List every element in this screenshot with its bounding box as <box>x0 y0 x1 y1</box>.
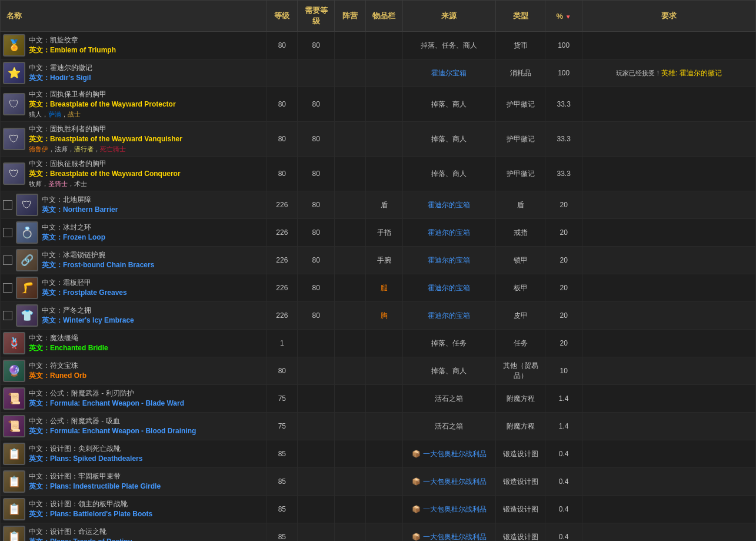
item-text: 中文：严冬之拥英文：Winter's Icy Embrace <box>42 306 134 326</box>
item-level: 85 <box>267 468 298 496</box>
col-header-require[interactable]: 要求 <box>582 1 756 32</box>
item-level: 80 <box>267 122 298 157</box>
item-cn-name: 中文：北地屏障 <box>42 195 118 205</box>
item-en-name[interactable]: 英文：Formula: Enchant Weapon - Blood Drain… <box>29 426 196 436</box>
item-en-name[interactable]: 英文：Plans: Spiked Deathdealers <box>29 454 142 464</box>
item-cn-name: 中文：严冬之拥 <box>42 306 134 316</box>
source-label[interactable]: 一大包奥杜尔战利品 <box>423 450 487 458</box>
col-header-type[interactable]: 类型 <box>495 1 545 32</box>
sort-desc-icon: ▼ <box>565 14 571 20</box>
col-header-name[interactable]: 名称 <box>1 1 267 32</box>
item-faction <box>335 523 366 542</box>
item-en-name[interactable]: 英文：Plans: Treads of Destiny <box>29 537 132 541</box>
item-source: 掉落、任务 <box>403 330 496 357</box>
item-cn-name: 中文：霜板胫甲 <box>42 278 127 288</box>
item-icon: 🏅 <box>3 34 25 57</box>
item-en-name[interactable]: 英文：Plans: Indestructible Plate Girdle <box>29 482 161 492</box>
item-icon: 📜 <box>3 387 25 410</box>
item-faction <box>335 122 366 157</box>
item-en-name[interactable]: 英文：Emblem of Triumph <box>29 45 116 55</box>
item-source: 📦 一大包奥杜尔战利品 <box>403 440 496 468</box>
source-label[interactable]: 霍迪尔宝箱 <box>431 69 467 77</box>
item-en-name[interactable]: 英文：Enchanted Bridle <box>29 343 108 353</box>
require-link[interactable]: 英雄: 霍迪尔的徽记 <box>661 69 722 77</box>
item-faction <box>335 357 366 385</box>
item-source: 活石之箱 <box>403 413 496 440</box>
table-row: 📜中文：公式：附魔武器 - 吸血英文：Formula: Enchant Weap… <box>1 413 756 440</box>
item-slot <box>365 413 402 440</box>
item-cn-name: 中文：魔法缰绳 <box>29 333 108 343</box>
item-en-name[interactable]: 英文：Frost-bound Chain Bracers <box>42 260 154 270</box>
item-name-cell: 📋中文：设计图：尖刺死亡战靴英文：Plans: Spiked Deathdeal… <box>1 440 267 468</box>
item-en-name[interactable]: 英文：Northern Barrier <box>42 205 118 215</box>
item-percent: 20 <box>545 274 582 302</box>
item-type: 任务 <box>495 330 545 357</box>
col-header-source[interactable]: 来源 <box>403 1 496 32</box>
source-label[interactable]: 霍迪尔的宝箱 <box>428 228 470 237</box>
source-label: 掉落、任务、商人 <box>421 41 477 49</box>
source-label[interactable]: 一大包奥杜尔战利品 <box>423 533 487 541</box>
item-checkbox[interactable] <box>3 283 12 293</box>
item-en-name[interactable]: 英文：Runed Orb <box>29 371 86 381</box>
item-name-cell: 👕中文：严冬之拥英文：Winter's Icy Embrace <box>1 302 267 330</box>
item-require <box>582 330 756 357</box>
item-en-name[interactable]: 英文：Breastplate of the Wayward Vanquisher <box>29 134 182 144</box>
item-slot <box>365 87 402 122</box>
col-header-faction[interactable]: 阵营 <box>335 1 366 32</box>
class-label: 潜行者 <box>74 145 94 152</box>
item-text: 中文：符文宝珠英文：Runed Orb <box>29 361 86 381</box>
item-en-name[interactable]: 英文：Winter's Icy Embrace <box>42 316 134 326</box>
item-level: 226 <box>267 302 298 330</box>
item-en-name[interactable]: 英文：Plans: Battlelord's Plate Boots <box>29 509 152 519</box>
source-label[interactable]: 霍迪尔的宝箱 <box>428 311 470 320</box>
item-level: 75 <box>267 413 298 440</box>
source-label[interactable]: 一大包奥杜尔战利品 <box>423 505 487 513</box>
item-checkbox[interactable] <box>3 228 12 237</box>
item-req-level: 80 <box>298 122 335 157</box>
item-level: 85 <box>267 523 298 542</box>
item-text: 中文：固执征服者的胸甲英文：Breastplate of the Wayward… <box>29 159 181 188</box>
item-en-name[interactable]: 英文：Breastplate of the Wayward Protector <box>29 99 176 109</box>
source-label[interactable]: 霍迪尔的宝箱 <box>428 284 470 292</box>
item-checkbox[interactable] <box>3 255 12 265</box>
item-require <box>582 357 756 385</box>
item-text: 中文：冰霜锁链护腕英文：Frost-bound Chain Bracers <box>42 250 154 270</box>
item-req-level <box>298 496 335 523</box>
item-req-level <box>298 357 335 385</box>
item-en-name[interactable]: 英文：Breastplate of the Wayward Conqueror <box>29 169 181 179</box>
item-name-cell: 📋中文：设计图：牢固板甲束带英文：Plans: Indestructible P… <box>1 468 267 496</box>
item-req-level <box>298 413 335 440</box>
item-icon: 📜 <box>3 415 25 437</box>
item-checkbox[interactable] <box>3 200 12 210</box>
source-label[interactable]: 一大包奥杜尔战利品 <box>423 477 487 486</box>
col-header-percent[interactable]: % ▼ <box>545 1 582 32</box>
col-header-req-level[interactable]: 需要等级 <box>298 1 335 32</box>
item-type: 护甲徽记 <box>495 122 545 157</box>
item-checkbox[interactable] <box>3 311 12 320</box>
table-row: 💍中文：冰封之环英文：Frozen Loop22680手指霍迪尔的宝箱戒指20 <box>1 219 756 247</box>
item-require <box>582 32 756 59</box>
item-level: 80 <box>267 32 298 59</box>
source-label[interactable]: 霍迪尔的宝箱 <box>428 256 470 264</box>
item-type: 锻造设计图 <box>495 468 545 496</box>
item-type: 其他（贸易品） <box>495 357 545 385</box>
item-en-name[interactable]: 英文：Frostplate Greaves <box>42 288 127 298</box>
item-percent: 33.3 <box>545 157 582 191</box>
table-row: 🏅中文：凯旋纹章英文：Emblem of Triumph8080掉落、任务、商人… <box>1 32 756 59</box>
source-label[interactable]: 霍迪尔的宝箱 <box>428 201 470 209</box>
col-header-slot[interactable]: 物品栏 <box>365 1 402 32</box>
item-name-cell: 💍中文：冰封之环英文：Frozen Loop <box>1 219 267 247</box>
item-en-name[interactable]: 英文：Frozen Loop <box>42 233 105 243</box>
table-row: 🛡中文：北地屏障英文：Northern Barrier22680盾霍迪尔的宝箱盾… <box>1 191 756 219</box>
item-type: 护甲徽记 <box>495 87 545 122</box>
item-level: 80 <box>267 357 298 385</box>
item-en-name[interactable]: 英文：Hodir's Sigil <box>29 73 92 83</box>
col-header-level[interactable]: 等级 <box>267 1 298 32</box>
item-type: 皮甲 <box>495 302 545 330</box>
item-type: 护甲徽记 <box>495 157 545 191</box>
item-source: 霍迪尔宝箱 <box>403 59 496 87</box>
item-en-name[interactable]: 英文：Formula: Enchant Weapon - Blade Ward <box>29 399 184 409</box>
item-slot <box>365 357 402 385</box>
table-row: ⭐中文：霍迪尔的徽记英文：Hodir's Sigil霍迪尔宝箱消耗品100玩家已… <box>1 59 756 87</box>
item-source: 📦 一大包奥杜尔战利品 <box>403 468 496 496</box>
